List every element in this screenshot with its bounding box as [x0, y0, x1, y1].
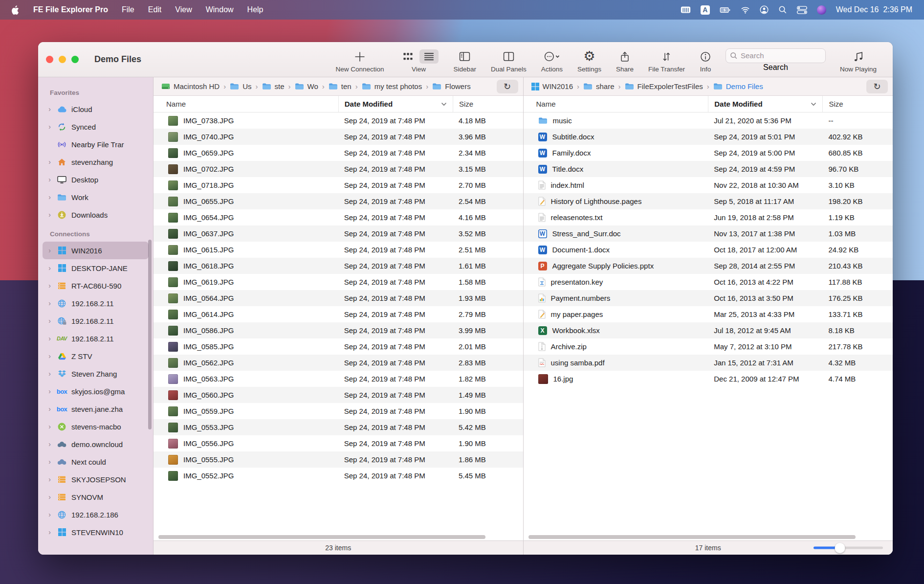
- now-playing-button[interactable]: Now Playing: [833, 46, 884, 73]
- control-center-icon[interactable]: [797, 6, 807, 14]
- sidebar-item-synovm[interactable]: ›SYNOVM: [43, 488, 149, 506]
- app-menu-name[interactable]: FE File Explorer Pro: [33, 5, 108, 14]
- info-button[interactable]: Info: [692, 46, 719, 73]
- file-row[interactable]: IMG_0654.JPGSep 24, 2019 at 7:48 PM4.16 …: [154, 209, 523, 225]
- file-row[interactable]: IMG_0702.JPGSep 24, 2019 at 7:48 PM3.15 …: [154, 161, 523, 177]
- file-row[interactable]: IMG_0659.JPGSep 24, 2019 at 7:48 PM2.34 …: [154, 145, 523, 161]
- menu-file[interactable]: File: [122, 5, 134, 14]
- sidebar-item-next-could[interactable]: ›Next could: [43, 453, 149, 471]
- file-row[interactable]: WDocument-1.docxOct 18, 2017 at 12:00 AM…: [524, 242, 893, 258]
- disclosure-chevron-icon[interactable]: ›: [47, 211, 52, 219]
- spotlight-icon[interactable]: [778, 5, 787, 14]
- sidebar-item-z-stv[interactable]: ›Z STV: [43, 347, 149, 365]
- disclosure-chevron-icon[interactable]: ›: [47, 105, 52, 113]
- breadcrumb-item[interactable]: ten: [329, 82, 352, 90]
- new-connection-button[interactable]: New Connection: [328, 46, 391, 73]
- menu-bar-clock[interactable]: Wed Dec 16 2:36 PM: [836, 5, 912, 14]
- file-row[interactable]: IMG_0718.JPGSep 24, 2019 at 7:48 PM2.70 …: [154, 177, 523, 193]
- sidebar-item-192-168-2-11[interactable]: ›192.168.2.11: [43, 312, 149, 330]
- sidebar-item-rt-ac86u-590[interactable]: ›RT-AC86U-590: [43, 277, 149, 294]
- disclosure-chevron-icon[interactable]: ›: [47, 405, 52, 413]
- file-row[interactable]: WFamily.docxSep 24, 2019 at 5:00 PM680.8…: [524, 145, 893, 161]
- disclosure-chevron-icon[interactable]: ›: [47, 387, 52, 395]
- file-row[interactable]: releasenotes.txtJun 19, 2018 at 2:58 PM1…: [524, 209, 893, 225]
- icon-view-button[interactable]: [398, 49, 418, 64]
- file-row[interactable]: Payment.numbersOct 16, 2013 at 3:50 PM17…: [524, 290, 893, 306]
- disclosure-chevron-icon[interactable]: ›: [47, 528, 52, 536]
- file-row[interactable]: IMG_0586.JPGSep 24, 2019 at 7:48 PM3.99 …: [154, 322, 523, 338]
- disclosure-chevron-icon[interactable]: ›: [47, 282, 52, 290]
- breadcrumb-item[interactable]: FileExpolerTestFiles: [625, 82, 703, 90]
- keyboard-icon[interactable]: [681, 6, 691, 14]
- column-header-date[interactable]: Date Modified: [708, 96, 822, 112]
- file-row[interactable]: IMG_0562.JPGSep 24, 2019 at 7:48 PM2.83 …: [154, 355, 523, 371]
- sidebar-item-steven-jane-zha[interactable]: ›boxsteven.jane.zha: [43, 400, 149, 418]
- column-header-name[interactable]: Name: [154, 100, 338, 108]
- file-row[interactable]: WTitle.docxSep 24, 2019 at 4:59 PM96.70 …: [524, 161, 893, 177]
- disclosure-chevron-icon[interactable]: ›: [47, 511, 52, 518]
- file-row[interactable]: IMG_0564.JPGSep 24, 2019 at 7:48 PM1.93 …: [154, 290, 523, 306]
- file-row[interactable]: IMG_0553.JPGSep 24, 2019 at 7:48 PM5.42 …: [154, 419, 523, 435]
- sidebar-item-demo-owncloud[interactable]: ›demo.owncloud: [43, 435, 149, 453]
- file-row[interactable]: IMG_0738.JPGSep 24, 2019 at 7:48 PM4.18 …: [154, 112, 523, 129]
- file-row[interactable]: IMG_0560.JPGSep 24, 2019 at 7:48 PM1.49 …: [154, 387, 523, 403]
- file-row[interactable]: WSubtitle.docxSep 24, 2019 at 5:01 PM402…: [524, 129, 893, 145]
- sidebar-item-stevenwin10[interactable]: ›STEVENWIN10: [43, 523, 149, 541]
- disclosure-chevron-icon[interactable]: ›: [47, 158, 52, 166]
- sidebar-item-synced[interactable]: ›Synced: [43, 118, 149, 135]
- disclosure-chevron-icon[interactable]: ›: [47, 493, 52, 501]
- disclosure-chevron-icon[interactable]: ›: [47, 247, 52, 254]
- sidebar-item-nearby-file-trar[interactable]: ›Nearby File Trar: [43, 135, 149, 153]
- disclosure-chevron-icon[interactable]: ›: [47, 335, 52, 342]
- file-row[interactable]: IMG_0740.JPGSep 24, 2019 at 7:48 PM3.96 …: [154, 129, 523, 145]
- zoom-button[interactable]: [71, 56, 79, 63]
- battery-icon[interactable]: [720, 6, 731, 14]
- file-row[interactable]: IMG_0655.JPGSep 24, 2019 at 7:48 PM2.54 …: [154, 193, 523, 209]
- breadcrumb-item[interactable]: Wo: [295, 82, 318, 90]
- file-row[interactable]: IMG_0556.JPGSep 24, 2019 at 7:48 PM1.90 …: [154, 435, 523, 451]
- scrollbar-thumb[interactable]: [528, 535, 856, 539]
- file-row[interactable]: presentaton.keyOct 16, 2013 at 4:22 PM11…: [524, 274, 893, 290]
- sidebar-toggle-button[interactable]: Sidebar: [446, 46, 484, 73]
- file-row[interactable]: IMG_0615.JPGSep 24, 2019 at 7:48 PM2.51 …: [154, 242, 523, 258]
- file-row[interactable]: History of Lighthouse.pagesSep 5, 2018 a…: [524, 193, 893, 209]
- settings-button[interactable]: ⚙ Settings: [570, 46, 609, 73]
- sidebar-item-icloud[interactable]: ›iCloud: [43, 100, 149, 118]
- disclosure-chevron-icon[interactable]: ›: [47, 264, 52, 272]
- disclosure-chevron-icon[interactable]: ›: [47, 423, 52, 430]
- breadcrumb-item[interactable]: Macintosh HD: [161, 82, 220, 90]
- apple-menu-icon[interactable]: [12, 5, 20, 15]
- search-input[interactable]: [741, 51, 814, 60]
- minimize-button[interactable]: [59, 56, 66, 63]
- disclosure-chevron-icon[interactable]: ›: [47, 370, 52, 378]
- sidebar-item-192-168-2-11[interactable]: ›192.168.2.11: [43, 294, 149, 312]
- refresh-button[interactable]: ↻: [497, 80, 518, 93]
- sidebar-item-stevens-macbo[interactable]: ›stevens-macbo: [43, 418, 149, 435]
- scrollbar-thumb[interactable]: [158, 535, 485, 539]
- share-button[interactable]: Share: [609, 46, 641, 73]
- disclosure-chevron-icon[interactable]: ›: [47, 458, 52, 466]
- disclosure-chevron-icon[interactable]: ›: [47, 193, 52, 201]
- file-row[interactable]: using samba.pdfJan 15, 2012 at 7:31 AM4.…: [524, 355, 893, 371]
- breadcrumb-item[interactable]: WIN2016: [531, 82, 573, 90]
- disclosure-chevron-icon[interactable]: ›: [47, 317, 52, 325]
- sidebar-item-stevenzhang[interactable]: ›stevenzhang: [43, 153, 149, 171]
- search-field[interactable]: [726, 48, 826, 63]
- disclosure-chevron-icon[interactable]: ›: [47, 299, 52, 307]
- sidebar-item-skyjos-ios-gma[interactable]: ›boxskyjos.ios@gma: [43, 382, 149, 400]
- file-row[interactable]: IMG_0619.JPGSep 24, 2019 at 7:48 PM1.58 …: [154, 274, 523, 290]
- file-row[interactable]: IMG_0559.JPGSep 24, 2019 at 7:48 PM1.90 …: [154, 403, 523, 419]
- dual-panels-button[interactable]: Dual Panels: [484, 46, 534, 73]
- disclosure-chevron-icon[interactable]: ›: [47, 176, 52, 183]
- file-row[interactable]: PAggregate Supply Policies.pptxSep 28, 2…: [524, 258, 893, 274]
- actions-button[interactable]: Actions: [534, 46, 570, 73]
- sidebar-item-192-168-2-186[interactable]: ›192.168.2.186: [43, 506, 149, 523]
- file-row[interactable]: my paper.pagesMar 25, 2013 at 4:33 PM133…: [524, 306, 893, 322]
- file-row[interactable]: 16.jpgDec 21, 2009 at 12:47 PM4.74 MB: [524, 371, 893, 387]
- sidebar-item-steven-zhang[interactable]: ›Steven Zhang: [43, 365, 149, 382]
- breadcrumb-item[interactable]: ste: [262, 82, 285, 90]
- file-row[interactable]: index.htmlNov 22, 2018 at 10:30 AM3.10 K…: [524, 177, 893, 193]
- disclosure-chevron-icon[interactable]: ›: [47, 123, 52, 131]
- file-row[interactable]: IMG_0585.JPGSep 24, 2019 at 7:48 PM2.01 …: [154, 338, 523, 355]
- menu-edit[interactable]: Edit: [148, 5, 162, 14]
